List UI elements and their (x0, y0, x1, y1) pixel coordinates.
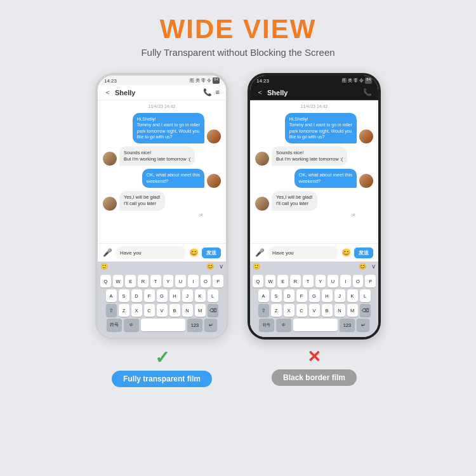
left-kb-toolbar: 🙂 😊 ∨ (98, 261, 226, 272)
r-key-backspace[interactable]: ⌫ (360, 304, 371, 317)
key-o[interactable]: O (201, 275, 211, 288)
r-key-enter[interactable]: ↵ (357, 319, 369, 331)
r-key-r[interactable]: R (290, 275, 301, 288)
key-f[interactable]: F (144, 289, 155, 302)
r-key-m[interactable]: M (347, 304, 358, 317)
key-j[interactable]: J (182, 289, 193, 302)
right-kb-row4: 符号 中 123 ↵ (253, 319, 376, 331)
r-key-f[interactable]: F (296, 289, 307, 302)
key-v[interactable]: V (157, 304, 168, 317)
r-key-k[interactable]: K (347, 289, 358, 302)
r-key-space[interactable] (293, 319, 338, 331)
r-key-shift[interactable]: ⇧ (258, 304, 269, 317)
right-status-time: 14:23 (256, 78, 269, 84)
r-key-s[interactable]: S (271, 289, 282, 302)
key-i[interactable]: I (188, 275, 199, 288)
left-kb-toolbar-right: 😊 ∨ (206, 263, 223, 270)
key-a[interactable]: A (106, 289, 117, 302)
r-key-x[interactable]: X (284, 304, 294, 317)
right-ok-status: ok (255, 213, 373, 217)
left-status-bar: 14:23 图 类 零 令 84 (98, 76, 226, 85)
left-bubble-3: OK, what about meet thisweekend? (142, 169, 204, 188)
r-key-i[interactable]: I (340, 275, 351, 288)
left-kb-row2: A S D F G H J K L (100, 289, 223, 302)
key-space[interactable] (141, 319, 185, 331)
key-g[interactable]: G (157, 289, 168, 302)
r-key-w[interactable]: W (265, 275, 276, 288)
right-avatar-1 (359, 129, 373, 143)
right-status-icons: 图 类 零 令 84 (342, 77, 372, 84)
left-kb-toolbar-icons: 🙂 (100, 263, 108, 270)
phone-icon: 📞 (203, 88, 212, 96)
key-fn-left[interactable]: 符号 (107, 319, 122, 331)
r-key-t[interactable]: T (303, 275, 314, 288)
key-z[interactable]: Z (119, 304, 129, 317)
r-key-e[interactable]: E (277, 275, 288, 288)
key-e[interactable]: E (125, 275, 136, 288)
key-u[interactable]: U (175, 275, 186, 288)
key-enter[interactable]: ↵ (204, 319, 217, 331)
right-phone-label: ✕ Black border film (272, 347, 357, 386)
check-mark: ✓ (155, 347, 169, 368)
left-bubble-4: Yes,I will be glad!I'll call you later (119, 191, 165, 210)
key-m[interactable]: M (195, 304, 206, 317)
r-key-g[interactable]: G (309, 289, 320, 302)
r-key-d[interactable]: D (284, 289, 294, 302)
right-messages: 11/4/23 14:42 Hi,Shelly!Tommy and I want… (250, 100, 378, 243)
left-emoji-kb-icon: 😊 (206, 263, 214, 270)
key-y[interactable]: Y (163, 275, 174, 288)
key-h[interactable]: H (169, 289, 180, 302)
left-back-arrow: ＜ (104, 88, 111, 97)
key-c[interactable]: C (144, 304, 155, 317)
r-key-j[interactable]: J (334, 289, 345, 302)
left-sticker-icon: 🙂 (100, 263, 108, 270)
left-input-field[interactable]: Have you (116, 246, 186, 259)
page-title: WIDE VIEW (141, 14, 334, 44)
key-l[interactable]: L (208, 289, 218, 302)
right-kb-row2: A S D F G H J K L (253, 289, 376, 302)
key-w[interactable]: W (113, 275, 124, 288)
r-key-fn-left[interactable]: 符号 (259, 319, 274, 331)
right-date-label: 11/4/23 14:42 (255, 104, 373, 109)
key-x[interactable]: X (131, 304, 142, 317)
key-d[interactable]: D (131, 289, 142, 302)
right-phone: 14:23 图 类 零 令 84 ＜ Shelly 📞 11/4/23 1 (248, 73, 381, 340)
right-input-field[interactable]: Have you (268, 246, 338, 259)
left-send-button[interactable]: 发送 (202, 248, 221, 258)
key-n[interactable]: N (182, 304, 193, 317)
r-key-l[interactable]: L (360, 289, 371, 302)
r-key-p[interactable]: P (365, 275, 376, 288)
key-q[interactable]: Q (100, 275, 111, 288)
left-bubble-2: Sounds nice!But I'm working late tomorro… (119, 147, 195, 166)
r-key-n[interactable]: N (334, 304, 345, 317)
key-r[interactable]: R (138, 275, 149, 288)
r-key-u[interactable]: U (327, 275, 338, 288)
r-key-z[interactable]: Z (271, 304, 282, 317)
r-key-y[interactable]: Y (315, 275, 326, 288)
right-send-button[interactable]: 发送 (354, 248, 373, 258)
key-p[interactable]: P (213, 275, 223, 288)
right-kb-row3: ⇧ Z X C V B N M ⌫ (253, 304, 376, 317)
r-key-b[interactable]: B (322, 304, 333, 317)
r-key-chinese[interactable]: 中 (276, 319, 291, 331)
page-subtitle: Fully Transparent without Blocking the S… (141, 47, 334, 58)
left-emoji-icon: 😊 (189, 248, 199, 257)
key-s[interactable]: S (119, 289, 129, 302)
r-key-v[interactable]: V (309, 304, 320, 317)
right-chat-icons: 📞 (363, 88, 372, 96)
key-chinese[interactable]: 中 (124, 319, 139, 331)
key-b[interactable]: B (169, 304, 180, 317)
key-t[interactable]: T (150, 275, 161, 288)
r-key-o[interactable]: O (353, 275, 364, 288)
key-k[interactable]: K (195, 289, 206, 302)
r-key-h[interactable]: H (322, 289, 333, 302)
left-msg-3: OK, what about meet thisweekend? (103, 169, 221, 188)
r-key-c[interactable]: C (296, 304, 307, 317)
key-123[interactable]: 123 (187, 319, 202, 331)
key-backspace[interactable]: ⌫ (208, 304, 218, 317)
right-chat-name: Shelly (267, 89, 359, 96)
key-shift[interactable]: ⇧ (106, 304, 117, 317)
r-key-a[interactable]: A (258, 289, 269, 302)
r-key-q[interactable]: Q (253, 275, 263, 288)
r-key-123[interactable]: 123 (340, 319, 355, 331)
